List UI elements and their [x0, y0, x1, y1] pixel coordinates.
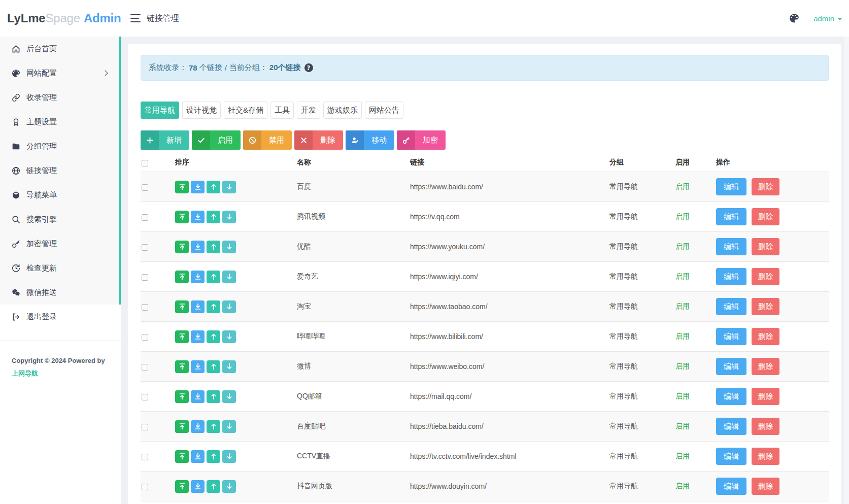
row-checkbox[interactable]: [142, 274, 148, 281]
row-checkbox[interactable]: [142, 214, 148, 221]
move-up-button[interactable]: [207, 211, 220, 223]
move-bottom-button[interactable]: [191, 420, 205, 433]
move-top-button[interactable]: [175, 360, 189, 373]
move-down-button[interactable]: [222, 480, 236, 493]
tab-social-storage[interactable]: 社交&存储: [224, 102, 267, 119]
move-bottom-button[interactable]: [191, 360, 205, 373]
sidebar-item-home[interactable]: 后台首页: [0, 37, 119, 61]
edit-button[interactable]: 编辑: [716, 298, 746, 315]
row-checkbox[interactable]: [142, 334, 148, 341]
move-top-button[interactable]: [175, 390, 189, 403]
move-up-button[interactable]: [207, 360, 220, 373]
scrollbar-track[interactable]: [844, 37, 849, 504]
sidebar-item-collection[interactable]: 收录管理: [0, 85, 119, 110]
move-bottom-button[interactable]: [191, 241, 205, 253]
edit-button[interactable]: 编辑: [716, 238, 746, 255]
move-bottom-button[interactable]: [191, 181, 205, 193]
sidebar-item-encryption[interactable]: 加密管理: [0, 231, 119, 256]
move-down-button[interactable]: [222, 420, 236, 433]
move-up-button[interactable]: [207, 450, 220, 463]
user-menu[interactable]: admin: [813, 14, 842, 23]
sidebar-item-groups[interactable]: 分组管理: [0, 134, 119, 158]
move-up-button[interactable]: [207, 420, 220, 433]
delete-button[interactable]: 删除: [294, 130, 343, 150]
move-top-button[interactable]: [175, 450, 189, 463]
move-up-button[interactable]: [207, 271, 220, 283]
delete-button[interactable]: 删除: [752, 478, 779, 495]
move-top-button[interactable]: [175, 271, 189, 283]
tab-design[interactable]: 设计视觉: [182, 102, 221, 119]
enable-button[interactable]: 启用: [192, 130, 241, 150]
move-down-button[interactable]: [222, 241, 236, 253]
edit-button[interactable]: 编辑: [716, 418, 746, 435]
theme-palette-icon[interactable]: [789, 13, 799, 23]
move-top-button[interactable]: [175, 241, 189, 253]
move-top-button[interactable]: [175, 181, 189, 193]
delete-button[interactable]: 删除: [752, 238, 779, 255]
move-bottom-button[interactable]: [191, 211, 205, 223]
logo[interactable]: LyLmeSpageAdmin: [0, 0, 121, 37]
move-down-button[interactable]: [222, 360, 236, 373]
move-bottom-button[interactable]: [191, 480, 205, 493]
edit-button[interactable]: 编辑: [716, 358, 746, 375]
edit-button[interactable]: 编辑: [716, 208, 746, 225]
row-checkbox[interactable]: [142, 454, 148, 460]
move-top-button[interactable]: [175, 300, 189, 313]
move-down-button[interactable]: [222, 450, 236, 463]
edit-button[interactable]: 编辑: [716, 178, 746, 195]
row-checkbox[interactable]: [142, 364, 148, 371]
move-bottom-button[interactable]: [191, 450, 205, 463]
edit-button[interactable]: 编辑: [716, 478, 746, 495]
move-up-button[interactable]: [207, 390, 220, 403]
tab-common-nav[interactable]: 常用导航: [141, 102, 179, 119]
sidebar-item-links[interactable]: 链接管理: [0, 158, 119, 183]
sidebar-item-site-config[interactable]: 网站配置: [0, 61, 119, 85]
move-up-button[interactable]: [207, 181, 220, 193]
row-checkbox[interactable]: [142, 394, 148, 400]
move-button[interactable]: 移动: [346, 130, 394, 150]
edit-button[interactable]: 编辑: [716, 388, 746, 405]
edit-button[interactable]: 编辑: [716, 268, 746, 285]
move-down-button[interactable]: [222, 390, 236, 403]
move-up-button[interactable]: [207, 300, 220, 313]
row-checkbox[interactable]: [142, 424, 148, 430]
sidebar-item-check-update[interactable]: 检查更新: [0, 256, 119, 280]
move-down-button[interactable]: [222, 271, 236, 283]
delete-button[interactable]: 删除: [752, 268, 779, 285]
move-bottom-button[interactable]: [191, 390, 205, 403]
delete-button[interactable]: 删除: [752, 448, 779, 465]
move-top-button[interactable]: [175, 330, 189, 343]
move-bottom-button[interactable]: [191, 330, 205, 343]
menu-toggle-icon[interactable]: [130, 14, 141, 22]
move-down-button[interactable]: [222, 300, 236, 313]
move-top-button[interactable]: [175, 211, 189, 223]
delete-button[interactable]: 删除: [752, 298, 779, 315]
delete-button[interactable]: 删除: [752, 388, 779, 405]
move-bottom-button[interactable]: [191, 300, 205, 313]
tab-tools[interactable]: 工具: [270, 102, 294, 119]
delete-button[interactable]: 删除: [752, 418, 779, 435]
edit-button[interactable]: 编辑: [716, 328, 746, 345]
add-button[interactable]: 新增: [141, 130, 189, 150]
row-checkbox[interactable]: [142, 304, 148, 311]
move-top-button[interactable]: [175, 480, 189, 493]
row-checkbox[interactable]: [142, 484, 148, 490]
tab-dev[interactable]: 开发: [297, 102, 320, 119]
tab-announcement[interactable]: 网站公告: [365, 102, 403, 119]
select-all-checkbox[interactable]: [142, 160, 148, 166]
sidebar-item-nav-menu[interactable]: 导航菜单: [0, 183, 119, 207]
sidebar-item-theme[interactable]: 主题设置: [0, 110, 119, 134]
delete-button[interactable]: 删除: [752, 178, 779, 195]
move-down-button[interactable]: [222, 211, 236, 223]
move-up-button[interactable]: [207, 330, 220, 343]
delete-button[interactable]: 删除: [752, 208, 779, 225]
move-down-button[interactable]: [222, 181, 236, 193]
row-checkbox[interactable]: [142, 244, 148, 251]
encrypt-button[interactable]: 加密: [397, 130, 446, 150]
move-down-button[interactable]: [222, 330, 236, 343]
delete-button[interactable]: 删除: [752, 358, 779, 375]
tab-games[interactable]: 游戏娱乐: [323, 102, 362, 119]
question-circle-icon[interactable]: ?: [304, 63, 313, 72]
sidebar-item-wechat-push[interactable]: 微信推送: [0, 280, 119, 305]
sidebar-item-search-engine[interactable]: 搜索引擎: [0, 207, 119, 231]
